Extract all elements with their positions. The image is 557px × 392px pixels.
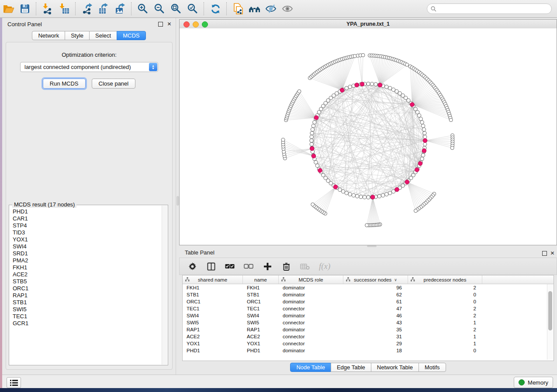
zoom-out-button[interactable]: [151, 1, 168, 16]
ring-node[interactable]: [385, 193, 388, 196]
table-cell[interactable]: dominator: [279, 327, 343, 332]
mcds-result-item[interactable]: STB1: [13, 299, 162, 306]
close-panel-icon[interactable]: ✕: [166, 21, 172, 27]
mcds-result-item[interactable]: PMA2: [13, 257, 162, 264]
table-cell[interactable]: RAP1: [243, 327, 279, 332]
ring-node[interactable]: [422, 128, 426, 131]
show-all-button[interactable]: [280, 1, 296, 16]
table-cell[interactable]: connector: [279, 306, 343, 311]
table-cell[interactable]: 0: [408, 299, 482, 304]
mcds-node[interactable]: [378, 83, 382, 87]
delete-column-button[interactable]: [281, 261, 291, 271]
ring-node[interactable]: [311, 124, 315, 127]
tab-edge-table[interactable]: Edge Table: [331, 363, 371, 372]
table-cell[interactable]: 43: [343, 320, 408, 325]
table-cell[interactable]: ORC1: [183, 299, 243, 304]
mcds-node[interactable]: [370, 195, 375, 199]
ring-node[interactable]: [414, 107, 417, 111]
table-cell[interactable]: STB1: [243, 292, 279, 297]
table-cell[interactable]: 35: [343, 327, 408, 332]
ring-node[interactable]: [348, 85, 352, 89]
table-cell[interactable]: FKH1: [183, 285, 243, 290]
criterion-select[interactable]: largest connected component (undirected)…: [20, 62, 158, 72]
table-cell[interactable]: YOX1: [183, 341, 243, 346]
table-cell[interactable]: 2: [408, 313, 482, 318]
ring-node[interactable]: [319, 107, 323, 111]
table-cell[interactable]: 1: [408, 341, 482, 346]
mcds-result-item[interactable]: RAP1: [13, 292, 162, 299]
maximize-window-icon[interactable]: [202, 21, 208, 28]
table-cell[interactable]: 46: [343, 313, 408, 318]
search-input[interactable]: [439, 5, 548, 12]
ring-node[interactable]: [391, 189, 395, 193]
ring-node[interactable]: [370, 82, 374, 86]
memory-button[interactable]: Memory: [514, 377, 553, 388]
result-list-scrollbar[interactable]: [162, 206, 167, 364]
column-header-successor-nodes[interactable]: successor nodes∨: [343, 275, 408, 284]
leaf-node[interactable]: [365, 224, 369, 227]
scrollbar-thumb[interactable]: [548, 291, 552, 330]
delete-table-button-disabled[interactable]: [300, 261, 310, 271]
ring-node[interactable]: [398, 92, 401, 95]
ring-node[interactable]: [322, 173, 325, 177]
table-row[interactable]: PHD1PHD1dominator180: [183, 347, 554, 354]
table-row[interactable]: FKH1FKH1dominator962: [183, 284, 554, 291]
clone-network-button[interactable]: [230, 1, 246, 16]
ring-node[interactable]: [401, 184, 405, 187]
mcds-result-item[interactable]: PHD1: [13, 208, 162, 215]
float-panel-icon[interactable]: [158, 21, 163, 27]
table-cell[interactable]: ACE2: [183, 334, 243, 339]
table-cell[interactable]: connector: [279, 341, 343, 346]
leaf-node[interactable]: [361, 53, 365, 57]
ring-node[interactable]: [388, 191, 392, 195]
export-network-button[interactable]: [79, 1, 95, 16]
table-row[interactable]: ORC1ORC1dominator610: [183, 298, 554, 305]
table-scrollbar[interactable]: [547, 284, 553, 360]
mcds-node[interactable]: [395, 187, 399, 192]
ring-node[interactable]: [310, 135, 313, 138]
table-cell[interactable]: dominator: [279, 285, 343, 290]
column-header-predecessor-nodes[interactable]: predecessor nodes: [408, 275, 482, 284]
table-cell[interactable]: connector: [279, 320, 343, 325]
ring-node[interactable]: [363, 196, 366, 199]
ring-node[interactable]: [317, 110, 321, 114]
table-cell[interactable]: 2: [408, 327, 482, 332]
create-column-button[interactable]: [263, 261, 272, 271]
ring-node[interactable]: [420, 120, 424, 124]
network-titlebar[interactable]: YPA_prune.txt_1: [180, 20, 557, 29]
ring-node[interactable]: [395, 89, 398, 93]
mcds-result-item[interactable]: YOX1: [13, 236, 162, 243]
mcds-result-item[interactable]: SWI4: [13, 243, 162, 250]
tab-network-table[interactable]: Network Table: [371, 363, 419, 372]
table-row[interactable]: STB1STB1dominator620: [183, 291, 554, 298]
column-header-shared-name[interactable]: shared name: [183, 275, 243, 284]
mcds-node[interactable]: [405, 180, 409, 184]
mcds-node[interactable]: [340, 88, 344, 93]
table-row[interactable]: SWI4SWI4dominator462: [183, 312, 554, 319]
export-image-button[interactable]: [112, 1, 128, 16]
table-row[interactable]: SWI5SWI5connector431: [183, 319, 554, 326]
table-cell[interactable]: 96: [343, 285, 408, 290]
tab-mcds[interactable]: MCDS: [117, 31, 145, 40]
ring-node[interactable]: [421, 124, 425, 127]
table-cell[interactable]: RAP1: [183, 327, 243, 332]
ring-node[interactable]: [423, 131, 426, 135]
ring-node[interactable]: [310, 142, 313, 146]
mcds-result-item[interactable]: FKH1: [13, 264, 162, 271]
ring-node[interactable]: [348, 193, 352, 196]
mcds-node[interactable]: [318, 168, 322, 173]
leaf-node[interactable]: [298, 89, 301, 93]
network-graph[interactable]: [180, 28, 557, 245]
table-row[interactable]: RAP1RAP1dominator352: [183, 326, 554, 333]
table-cell[interactable]: SWI5: [183, 320, 243, 325]
leaf-node[interactable]: [311, 203, 315, 206]
mcds-node[interactable]: [423, 138, 427, 143]
table-cell[interactable]: SWI4: [183, 313, 243, 318]
export-table-button[interactable]: [95, 1, 112, 16]
mcds-result-item[interactable]: CAR1: [13, 215, 162, 222]
mcds-node[interactable]: [310, 147, 314, 151]
import-network-button[interactable]: [39, 1, 56, 16]
table-cell[interactable]: YOX1: [243, 341, 279, 346]
table-cell[interactable]: 2: [408, 285, 482, 290]
mcds-node[interactable]: [422, 148, 426, 153]
